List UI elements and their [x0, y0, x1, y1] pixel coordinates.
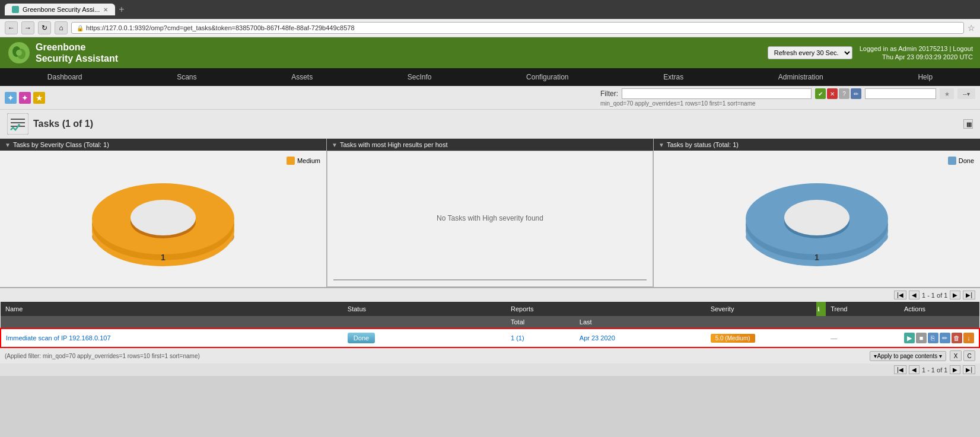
svg-point-15 — [131, 200, 196, 235]
refresh-button[interactable]: ↻ — [38, 21, 51, 34]
address-bar[interactable]: 🔒 https://127.0.0.1:9392/omp?cmd=get_tas… — [71, 22, 964, 34]
nav-scans[interactable]: Scans — [165, 68, 208, 86]
new-tab-button[interactable]: + — [119, 4, 124, 15]
filter-name-input[interactable] — [865, 88, 936, 99]
bookmark-icon[interactable]: ☆ — [968, 23, 975, 33]
main-nav: Dashboard Scans Assets SecInfo Configura… — [0, 68, 980, 86]
chart-status-body: Done 1 — [654, 151, 980, 287]
nav-assets[interactable]: Assets — [279, 68, 324, 86]
nav-administration[interactable]: Administration — [766, 68, 835, 86]
table-row: Immediate scan of IP 192.168.0.107 Done … — [1, 328, 979, 347]
filter-help-btn[interactable]: ? — [839, 88, 849, 99]
nav-help[interactable]: Help — [906, 68, 944, 86]
th-status[interactable]: Status — [343, 302, 506, 316]
export-csv-btn[interactable]: C — [963, 350, 975, 361]
first-page-btn[interactable]: |◀ — [894, 291, 906, 299]
filter-apply-btn[interactable]: ✔ — [815, 88, 826, 99]
chart-severity-title: Tasks by Severity Class (Total: 1) — [13, 141, 109, 148]
tab-close-icon[interactable]: ✕ — [103, 7, 108, 13]
nav-extras[interactable]: Extras — [651, 68, 695, 86]
toolbar-left: ✦ ✦ ★ — [5, 92, 45, 104]
nav-configuration[interactable]: Configuration — [514, 68, 580, 86]
legend-done-color — [948, 157, 956, 165]
star-icon[interactable]: ★ — [33, 92, 45, 104]
app-header: Greenbone Security Assistant Refresh eve… — [0, 37, 980, 68]
td-status: Done — [343, 328, 506, 347]
td-actions: ▶ ■ ⎘ ✏ 🗑 ↓ — [899, 328, 979, 347]
chart-severity-body: Medium 1 — [0, 151, 326, 287]
chart-high-body: No Tasks with High severity found — [327, 151, 653, 287]
th-trend-sub — [826, 316, 899, 328]
pagination-info: 1 - 1 of 1 — [922, 292, 947, 299]
tasks-table: Name Status Reports Severity ℹ Trend Act… — [0, 302, 980, 348]
chart-severity-toggle[interactable]: ▼ — [5, 142, 11, 148]
reports-last-link[interactable]: Apr 23 2020 — [580, 334, 615, 342]
prev-page-btn[interactable]: ◀ — [909, 291, 919, 299]
th-severity[interactable]: Severity — [706, 302, 816, 316]
back-button[interactable]: ← — [5, 21, 18, 34]
th-trend[interactable]: Trend — [826, 302, 899, 316]
filter-input[interactable] — [622, 88, 812, 99]
status-done-badge: Done — [348, 333, 375, 343]
th-actions-sub — [899, 316, 979, 328]
last-page-btn[interactable]: ▶| — [963, 291, 975, 299]
td-reports-last: Apr 23 2020 — [575, 328, 706, 347]
next-page-btn-bottom[interactable]: ▶ — [950, 365, 960, 374]
td-severity-info — [816, 328, 826, 347]
donut-status: Done 1 — [654, 151, 980, 287]
toolbar-row: ✦ ✦ ★ Filter: ✔ ✕ ? ✏ ★ --▾ min_qod=70 a… — [0, 86, 980, 110]
filter-clear-btn[interactable]: ✕ — [827, 88, 838, 99]
edit-btn[interactable]: ✏ — [940, 333, 950, 343]
wizard-icon[interactable]: ✦ — [19, 92, 31, 104]
prev-page-btn-bottom[interactable]: ◀ — [909, 365, 919, 374]
th-actions: Actions — [899, 302, 979, 316]
user-info: Logged in as Admin 20175213 | Logout — [860, 45, 973, 52]
donut-severity-svg: 1 — [74, 160, 252, 278]
refresh-select[interactable]: Refresh every 30 Sec. — [768, 46, 852, 59]
home-button[interactable]: ⌂ — [55, 21, 68, 34]
table-subheader-row: Total Last — [1, 316, 979, 328]
new-task-icon[interactable]: ✦ — [5, 92, 17, 104]
last-page-btn-bottom[interactable]: ▶| — [963, 365, 975, 374]
chart-severity-header: ▼ Tasks by Severity Class (Total: 1) — [0, 139, 326, 151]
page-toggle-btn[interactable]: ▦ — [963, 119, 973, 129]
filter-star-btn[interactable]: ★ — [940, 88, 954, 99]
filter-edit-btn[interactable]: ✏ — [851, 88, 861, 99]
action-buttons: ▶ ■ ⎘ ✏ 🗑 ↓ — [904, 333, 974, 343]
reports-total-link[interactable]: 1 (1) — [511, 334, 524, 342]
table-section: |◀ ◀ 1 - 1 of 1 ▶ ▶| Name Status Reports… — [0, 288, 980, 376]
chart-severity: ▼ Tasks by Severity Class (Total: 1) Med… — [0, 139, 327, 287]
chart-status-header: ▼ Tasks by status (Total: 1) — [654, 139, 980, 151]
stop-btn[interactable]: ■ — [916, 333, 927, 343]
td-severity: 5.0 (Medium) — [706, 328, 816, 347]
lock-icon: 🔒 — [77, 25, 84, 31]
apply-to-page-btn[interactable]: ▾Apply to page contents ▾ — [870, 351, 946, 361]
download-btn[interactable]: ↓ — [963, 333, 974, 343]
forward-button[interactable]: → — [21, 21, 34, 34]
th-name[interactable]: Name — [1, 302, 343, 316]
filter-text: min_qod=70 apply_overrides=1 rows=10 fir… — [600, 100, 975, 107]
filter-arrow-btn[interactable]: --▾ — [957, 88, 975, 99]
chart-status: ▼ Tasks by status (Total: 1) Done 1 — [654, 139, 980, 287]
greenbone-logo-icon — [7, 41, 31, 65]
chart-status-toggle[interactable]: ▼ — [658, 142, 664, 148]
export-xml-btn[interactable]: X — [950, 350, 962, 361]
pagination-top: |◀ ◀ 1 - 1 of 1 ▶ ▶| — [0, 288, 980, 302]
url-text: https://127.0.0.1:9392/omp?cmd=get_tasks… — [86, 24, 355, 31]
donut-status-legend: Done — [948, 157, 974, 165]
chart-high-title: Tasks with most High results per host — [340, 141, 448, 148]
task-name-link[interactable]: Immediate scan of IP 192.168.0.107 — [6, 334, 111, 342]
donut-status-svg: 1 — [728, 160, 906, 278]
chart-high-toggle[interactable]: ▼ — [332, 142, 338, 148]
first-page-btn-bottom[interactable]: |◀ — [894, 365, 906, 374]
nav-secinfo[interactable]: SecInfo — [396, 68, 444, 86]
next-page-btn[interactable]: ▶ — [950, 291, 960, 299]
delete-btn[interactable]: 🗑 — [952, 333, 962, 343]
filter-actions: ✔ ✕ ? ✏ — [815, 88, 861, 99]
nav-dashboard[interactable]: Dashboard — [36, 68, 94, 86]
clone-btn[interactable]: ⎘ — [928, 333, 938, 343]
th-reports: Reports — [506, 302, 706, 316]
play-btn[interactable]: ▶ — [904, 333, 915, 343]
browser-tab[interactable]: Greenbone Security Assi... ✕ — [5, 4, 115, 15]
chart-high-results: ▼ Tasks with most High results per host … — [327, 139, 654, 287]
